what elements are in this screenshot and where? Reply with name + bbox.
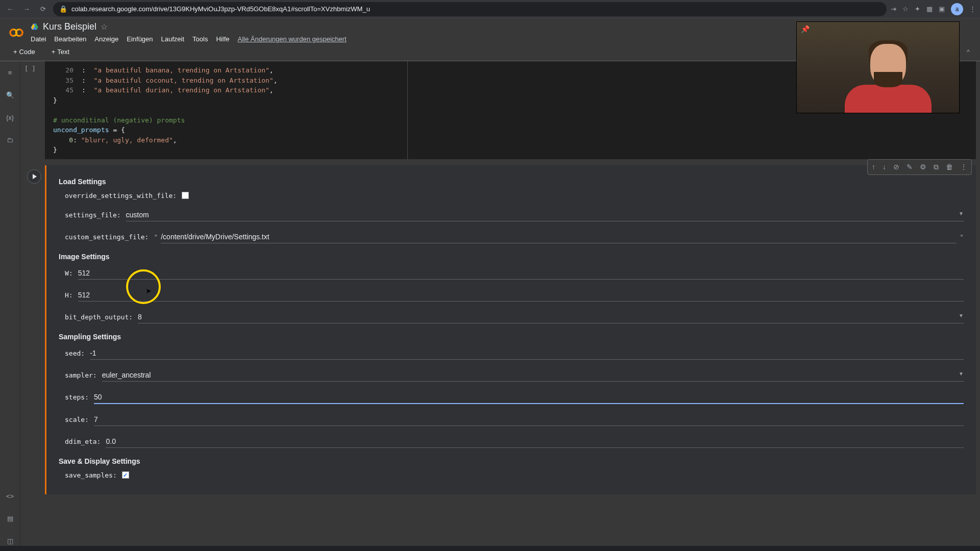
back-button[interactable]: ← (4, 3, 16, 15)
save-status[interactable]: Alle Änderungen wurden gespeichert (237, 35, 346, 43)
move-up-icon[interactable]: ↑ (869, 161, 878, 173)
scale-input[interactable] (94, 413, 964, 426)
quote-close: " (960, 233, 964, 241)
bit-depth-label: bit_depth_output: (65, 313, 133, 321)
command-palette-icon[interactable]: ◫ (5, 536, 15, 546)
pin-icon: 📌 (801, 25, 810, 33)
mirror-icon[interactable]: ⧉ (930, 161, 942, 173)
scale-label: scale: (65, 416, 89, 423)
cell-execution-indicator[interactable]: [ ] (24, 65, 36, 72)
menu-view[interactable]: Anzeige (94, 35, 118, 43)
cell-toolbar: ↑ ↓ ⊘ ✎ ⚙ ⧉ 🗑 ⋮ (867, 159, 972, 175)
save-samples-checkbox[interactable] (122, 471, 129, 479)
menu-insert[interactable]: Einfügen (127, 35, 153, 43)
notebook-area: [ ] 20: "a beautiful banana, trending on… (20, 61, 980, 546)
custom-file-label: custom_settings_file: (65, 233, 149, 241)
search-icon[interactable]: 🔍 (5, 90, 15, 100)
add-text-button[interactable]: + Text (46, 46, 75, 58)
variables-icon[interactable]: {x} (5, 112, 15, 122)
star-document-icon[interactable]: ☆ (101, 22, 108, 32)
code-split-divider[interactable] (407, 61, 408, 159)
delete-icon[interactable]: 🗑 (943, 161, 956, 173)
comment-icon[interactable]: ✎ (903, 161, 916, 173)
seed-label: seed: (65, 349, 85, 357)
menu-edit[interactable]: Bearbeiten (54, 35, 86, 43)
extensions-icon[interactable]: ✦ (915, 5, 920, 13)
files-icon[interactable]: 🗀 (5, 135, 15, 145)
webcam-overlay: 📌 (796, 21, 960, 113)
w-label: W: (65, 269, 73, 277)
bit-depth-value: 8 (138, 313, 142, 321)
browser-chrome: ← → ⟳ 🔒 colab.research.google.com/drive/… (0, 0, 980, 18)
quote-open: " (154, 233, 158, 241)
grid-icon[interactable]: ▦ (926, 5, 933, 13)
colab-logo[interactable] (8, 24, 24, 41)
steps-input[interactable] (94, 391, 964, 404)
save-samples-label: save_samples: (65, 471, 117, 479)
code-snippets-icon[interactable]: <> (5, 491, 15, 501)
h-label: H: (65, 291, 73, 299)
ddim-eta-label: ddim_eta: (65, 438, 101, 445)
sampler-select[interactable]: euler_ancestral ▼ (102, 369, 964, 382)
chrome-menu-icon[interactable]: ⋮ (969, 5, 976, 13)
document-title[interactable]: Kurs Beispiel (43, 21, 96, 32)
menu-runtime[interactable]: Laufzeit (161, 35, 185, 43)
panel-icon[interactable]: ▣ (939, 5, 945, 13)
settings-file-value: custom (126, 211, 149, 219)
sampler-label: sampler: (65, 371, 97, 379)
plus-icon: + (52, 48, 56, 56)
add-code-button[interactable]: + Code (8, 46, 40, 58)
star-icon[interactable]: ☆ (902, 5, 909, 13)
chevron-down-icon: ▼ (959, 211, 964, 219)
sampling-settings-title: Sampling Settings (59, 333, 964, 341)
chevron-down-icon: ▼ (959, 371, 964, 379)
more-icon[interactable]: ⋮ (957, 161, 970, 173)
toc-icon[interactable]: ≡ (5, 67, 15, 78)
url-text: colab.research.google.com/drive/13G9KHyM… (71, 5, 370, 13)
sampler-value: euler_ancestral (102, 371, 151, 379)
chevron-down-icon: ▼ (959, 313, 964, 321)
seed-input[interactable] (90, 347, 964, 360)
steps-label: steps: (65, 393, 89, 401)
move-down-icon[interactable]: ↓ (879, 161, 889, 173)
menu-file[interactable]: Datei (31, 35, 46, 43)
save-display-title: Save & Display Settings (59, 457, 964, 465)
menu-tools[interactable]: Tools (192, 35, 208, 43)
image-settings-title: Image Settings (59, 253, 964, 261)
share-icon[interactable]: ⇥ (891, 5, 896, 13)
menu-help[interactable]: Hilfe (216, 35, 229, 43)
add-text-label: Text (57, 48, 69, 56)
link-icon[interactable]: ⊘ (890, 161, 902, 173)
url-bar[interactable]: 🔒 colab.research.google.com/drive/13G9KH… (53, 2, 887, 16)
bit-depth-select[interactable]: 8 ▼ (138, 311, 964, 323)
custom-file-input[interactable] (161, 231, 957, 243)
settings-file-select[interactable]: custom ▼ (126, 209, 964, 221)
ddim-eta-input[interactable] (106, 435, 964, 448)
reload-button[interactable]: ⟳ (37, 3, 49, 15)
run-cell-button[interactable] (27, 169, 41, 184)
terminal-icon[interactable]: ▤ (5, 513, 15, 523)
settings-file-label: settings_file: (65, 211, 121, 219)
override-checkbox[interactable] (182, 192, 189, 199)
lock-icon: 🔒 (59, 5, 67, 13)
forward-button[interactable]: → (20, 3, 33, 15)
collapse-icon[interactable]: ^ (965, 46, 972, 58)
override-label: override_settings_with_file: (65, 192, 177, 199)
drive-icon (31, 23, 39, 31)
load-settings-title: Load Settings (59, 178, 964, 186)
left-rail: ≡ 🔍 {x} 🗀 <> ▤ ◫ (0, 61, 20, 546)
w-input[interactable] (78, 267, 964, 280)
settings-icon[interactable]: ⚙ (917, 161, 929, 173)
add-code-label: Code (19, 48, 35, 56)
h-input[interactable] (78, 289, 964, 302)
plus-icon: + (13, 48, 17, 56)
profile-avatar[interactable]: a (951, 3, 963, 15)
form-cell: ↑ ↓ ⊘ ✎ ⚙ ⧉ 🗑 ⋮ Load Settings override_s… (45, 165, 976, 494)
